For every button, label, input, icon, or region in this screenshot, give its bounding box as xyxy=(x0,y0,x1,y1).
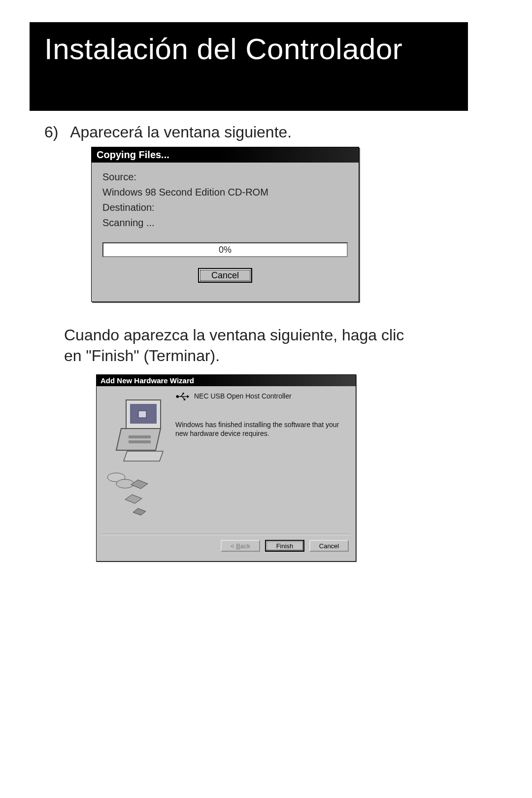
svg-marker-14 xyxy=(187,395,189,399)
progress-text: 0% xyxy=(219,245,232,255)
wizard-cancel-label: Cancel xyxy=(319,542,339,550)
source-value: Windows 98 Second Edition CD-ROM xyxy=(102,187,348,198)
source-label: Source: xyxy=(102,171,348,183)
destination-value: Scanning ... xyxy=(102,217,348,229)
svg-rect-4 xyxy=(129,435,151,438)
wizard-graphic xyxy=(97,386,175,534)
cancel-button[interactable]: Cancel xyxy=(198,268,252,283)
step-6-line: 6) Aparecerá la ventana siguiente. xyxy=(44,123,292,141)
step-number: 6) xyxy=(44,123,66,141)
device-name: NEC USB Open Host Controller xyxy=(194,392,292,400)
instruction-paragraph: Cuando aparezca la ventana siguiente, ha… xyxy=(64,325,414,366)
svg-marker-3 xyxy=(116,429,161,450)
svg-rect-18 xyxy=(184,399,186,400)
svg-line-15 xyxy=(181,394,183,397)
wizard-button-row: < Back Finish Cancel xyxy=(97,535,356,552)
section-title-text: Instalación del Controlador xyxy=(44,33,402,66)
back-button-label: < Back xyxy=(231,542,250,550)
copying-files-titlebar: Copying Files... xyxy=(92,147,359,163)
hardware-wizard-title: Add New Hardware Wizard xyxy=(100,376,194,385)
svg-rect-5 xyxy=(129,440,151,443)
copying-files-body: Source: Windows 98 Second Edition CD-ROM… xyxy=(92,163,359,292)
hardware-wizard-body: NEC USB Open Host Controller Windows has… xyxy=(97,386,356,534)
wizard-cancel-button[interactable]: Cancel xyxy=(309,540,349,552)
svg-rect-2 xyxy=(138,411,146,418)
finish-button[interactable]: Finish xyxy=(265,540,304,552)
cancel-button-label: Cancel xyxy=(211,270,239,280)
back-button: < Back xyxy=(221,540,260,552)
wizard-content: NEC USB Open Host Controller Windows has… xyxy=(175,386,356,534)
copying-files-title: Copying Files... xyxy=(97,149,169,160)
svg-marker-10 xyxy=(125,495,142,503)
progress-bar: 0% xyxy=(102,242,348,257)
instruction-text: Cuando aparezca la ventana siguiente, ha… xyxy=(64,326,404,365)
step-text: Aparecerá la ventana siguiente. xyxy=(70,123,292,141)
hardware-wizard-titlebar: Add New Hardware Wizard xyxy=(97,375,356,386)
wizard-message: Windows has finished installing the soft… xyxy=(175,421,350,438)
usb-icon xyxy=(175,392,189,401)
svg-marker-11 xyxy=(133,508,146,515)
computer-hardware-icon xyxy=(101,391,170,524)
finish-button-label: Finish xyxy=(276,542,294,550)
svg-point-8 xyxy=(116,479,134,488)
svg-marker-6 xyxy=(124,451,163,461)
section-title: Instalación del Controlador xyxy=(30,22,468,111)
hardware-wizard-dialog: Add New Hardware Wizard xyxy=(96,374,356,562)
svg-point-16 xyxy=(182,393,184,395)
copying-files-dialog: Copying Files... Source: Windows 98 Seco… xyxy=(91,147,359,302)
svg-marker-9 xyxy=(131,480,148,489)
destination-label: Destination: xyxy=(102,202,348,213)
